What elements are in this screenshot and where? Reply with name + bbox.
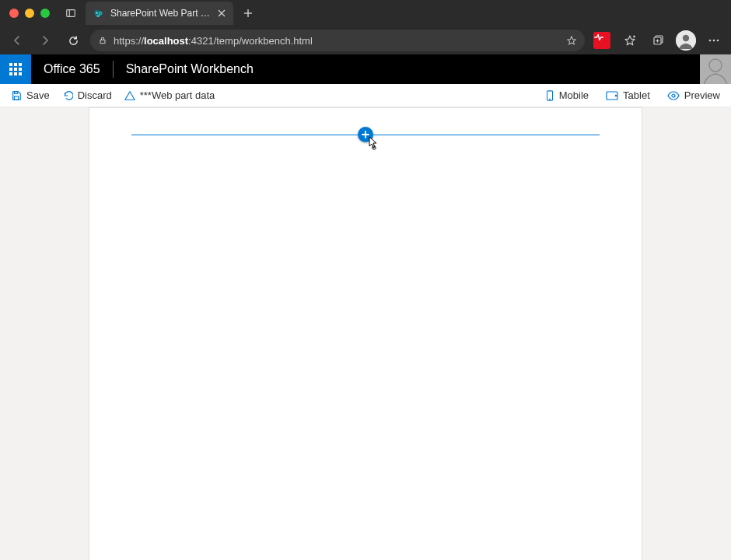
brand-area: Office 365 SharePoint Workbench — [31, 54, 266, 84]
svg-point-32 — [672, 94, 675, 97]
svg-point-21 — [709, 40, 712, 42]
mouse-cursor-icon — [367, 136, 379, 150]
waffle-icon — [9, 63, 22, 75]
undo-icon — [62, 90, 73, 101]
tablet-label: Tablet — [623, 89, 650, 101]
forward-button[interactable] — [34, 30, 56, 51]
preview-label: Preview — [684, 89, 720, 101]
pulse-icon — [593, 32, 610, 49]
preview-button[interactable]: Preview — [664, 88, 723, 103]
more-button[interactable] — [703, 30, 725, 51]
add-section-line — [131, 127, 600, 142]
svg-point-22 — [713, 40, 715, 42]
url-text: https://localhost:4321/temp/workbench.ht… — [114, 35, 313, 47]
lock-icon — [98, 36, 107, 45]
svg-rect-25 — [14, 96, 18, 99]
url-prefix: https:// — [114, 35, 144, 47]
close-window-button[interactable] — [9, 9, 19, 18]
favorite-button[interactable] — [566, 35, 577, 46]
refresh-button[interactable] — [62, 30, 84, 51]
back-button[interactable] — [6, 30, 28, 51]
svg-text:S: S — [96, 11, 98, 15]
new-tab-button[interactable] — [238, 3, 258, 23]
minimize-window-button[interactable] — [25, 9, 34, 18]
svg-rect-11 — [100, 40, 105, 44]
url-rest: :4321/temp/workbench.html — [188, 35, 313, 47]
browser-tab[interactable]: S SharePoint Web Part Workben — [86, 2, 233, 25]
svg-point-23 — [717, 40, 719, 42]
url-box[interactable]: https://localhost:4321/temp/workbench.ht… — [90, 30, 585, 51]
sharepoint-header: Office 365 SharePoint Workbench — [0, 54, 731, 84]
window-controls — [9, 9, 50, 18]
extension-button[interactable] — [591, 30, 613, 51]
tab-actions-button[interactable] — [61, 3, 81, 23]
collections-button[interactable] — [647, 30, 669, 51]
brand-primary: Office 365 — [44, 62, 100, 76]
svg-marker-27 — [125, 91, 135, 100]
brand-separator — [113, 61, 114, 78]
sharepoint-favicon-icon: S — [93, 8, 104, 19]
save-icon — [11, 90, 22, 101]
discard-button[interactable]: Discard — [59, 88, 115, 103]
maximize-window-button[interactable] — [40, 9, 50, 18]
user-icon — [702, 54, 729, 84]
discard-label: Discard — [78, 89, 112, 101]
tablet-icon — [606, 90, 618, 101]
tablet-button[interactable]: Tablet — [603, 88, 653, 103]
svg-rect-26 — [14, 91, 17, 93]
workbench-canvas — [89, 107, 642, 560]
user-tile[interactable] — [700, 54, 731, 84]
address-bar: https://localhost:4321/temp/workbench.ht… — [0, 26, 731, 54]
svg-rect-0 — [67, 10, 75, 17]
brand-secondary: SharePoint Workbench — [126, 62, 254, 76]
mobile-label: Mobile — [559, 89, 589, 101]
mobile-button[interactable]: Mobile — [542, 88, 592, 103]
svg-point-20 — [683, 35, 689, 41]
webpartdata-label: ***Web part data — [140, 89, 215, 101]
svg-point-31 — [615, 95, 616, 96]
warning-icon — [124, 90, 135, 101]
command-bar: Save Discard ***Web part data Mobile Tab… — [0, 84, 731, 107]
tab-close-button[interactable] — [218, 9, 226, 17]
profile-button[interactable] — [675, 30, 697, 51]
svg-point-24 — [709, 59, 722, 72]
webpartdata-button[interactable]: ***Web part data — [121, 88, 219, 103]
favorites-button[interactable] — [619, 30, 641, 51]
app-launcher-button[interactable] — [0, 54, 31, 84]
save-label: Save — [26, 89, 50, 101]
svg-marker-12 — [568, 37, 576, 44]
preview-icon — [667, 90, 680, 101]
avatar-icon — [676, 30, 696, 51]
url-host: localhost — [144, 35, 188, 47]
svg-marker-13 — [625, 36, 635, 45]
tab-strip: S SharePoint Web Part Workben — [0, 0, 731, 26]
tab-title: SharePoint Web Part Workben — [110, 8, 212, 19]
mobile-icon — [545, 90, 554, 101]
save-button[interactable]: Save — [8, 88, 53, 103]
